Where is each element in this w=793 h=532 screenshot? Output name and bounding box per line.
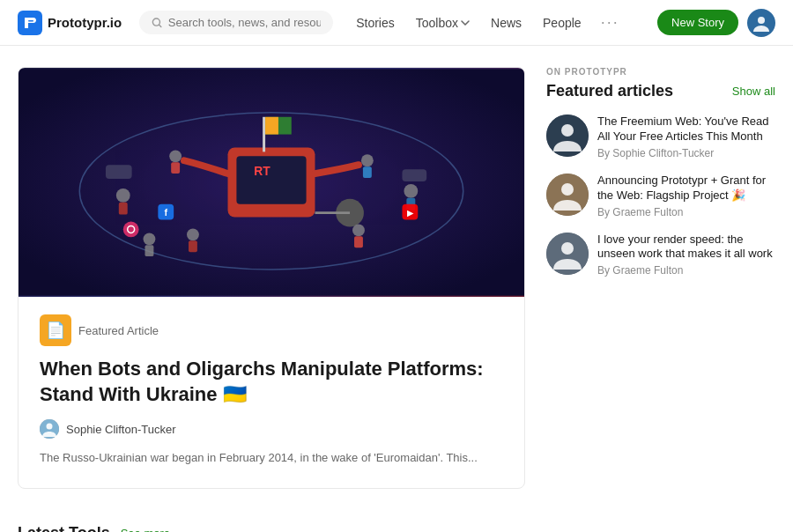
navbar: Prototypr.io Stories Toolbox News People… xyxy=(0,0,793,46)
svg-point-41 xyxy=(561,183,574,196)
svg-rect-35 xyxy=(402,169,426,181)
featured-article-2-info: Announcing Prototypr + Grant for the Web… xyxy=(597,174,775,218)
hero-badge: 📄 Featured Article xyxy=(40,314,503,346)
svg-point-21 xyxy=(352,225,365,237)
svg-point-39 xyxy=(561,124,574,137)
hero-image: f ▶ RT xyxy=(19,68,524,297)
featured-article-1-thumb xyxy=(546,115,589,157)
panel-title: Featured articles xyxy=(546,82,673,100)
nav-right: New Story xyxy=(657,9,775,37)
avatar-icon xyxy=(749,11,774,35)
fa-title-3: I love your render speed: the unseen wor… xyxy=(597,233,775,262)
badge-label: Featured Article xyxy=(78,324,159,337)
author-name: Sophie Clifton-Tucker xyxy=(66,423,176,436)
user-avatar[interactable] xyxy=(747,9,775,37)
svg-point-37 xyxy=(47,424,53,430)
new-story-button[interactable]: New Story xyxy=(657,10,738,35)
hero-author: Sophie Clifton-Tucker xyxy=(40,419,503,439)
chevron-down-icon xyxy=(461,20,470,26)
svg-rect-34 xyxy=(106,165,132,179)
featured-article-1[interactable]: The Freemium Web: You've Read All Your F… xyxy=(546,115,775,159)
hero-excerpt: The Russo-Ukrainian war began in Februar… xyxy=(40,449,503,467)
svg-rect-22 xyxy=(354,236,363,248)
main-content: f ▶ RT 📄 Featured Article When Bo xyxy=(0,46,793,532)
featured-panel: ON PROTOTYPR Featured articles Show all … xyxy=(546,67,775,489)
svg-rect-26 xyxy=(145,245,154,256)
svg-rect-31 xyxy=(123,222,139,238)
hero-title: When Bots and Oligarchs Manipulate Platf… xyxy=(40,357,503,407)
featured-article-2[interactable]: Announcing Prototypr + Grant for the Web… xyxy=(546,174,775,218)
fa-author-1: By Sophie Clifton-Tucker xyxy=(597,147,775,159)
hero-illustration: f ▶ RT xyxy=(19,68,524,297)
nav-more-icon[interactable]: ··· xyxy=(594,10,626,35)
svg-point-13 xyxy=(116,188,130,203)
fa-title-2: Announcing Prototypr + Grant for the Web… xyxy=(597,174,775,203)
svg-rect-1 xyxy=(28,20,33,22)
svg-rect-9 xyxy=(263,117,265,152)
featured-article-2-thumb xyxy=(546,174,589,216)
logo-link[interactable]: Prototypr.io xyxy=(18,11,122,35)
latest-tools-section: Latest Tools See more → WOMEN MAKE 30-DA… xyxy=(18,524,775,532)
nav-links: Stories Toolbox News People ··· xyxy=(347,10,657,35)
search-input[interactable] xyxy=(168,16,321,29)
hero-card: f ▶ RT 📄 Featured Article When Bo xyxy=(18,67,525,489)
section-header: Latest Tools See more → xyxy=(18,524,775,532)
search-bar xyxy=(139,11,333,34)
fa-author-2: By Graeme Fulton xyxy=(597,206,775,218)
svg-rect-11 xyxy=(265,117,278,135)
svg-point-4 xyxy=(758,17,765,24)
svg-rect-18 xyxy=(363,166,372,178)
hero-section: f ▶ RT 📄 Featured Article When Bo xyxy=(18,67,775,489)
featured-article-3[interactable]: I love your render speed: the unseen wor… xyxy=(546,233,775,277)
nav-news[interactable]: News xyxy=(482,11,530,35)
nav-stories[interactable]: Stories xyxy=(347,11,404,35)
fa-title-1: The Freemium Web: You've Read All Your F… xyxy=(597,115,775,144)
section-title: Latest Tools xyxy=(18,524,110,532)
svg-text:RT: RT xyxy=(254,164,271,178)
featured-article-3-info: I love your render speed: the unseen wor… xyxy=(597,233,775,277)
nav-people[interactable]: People xyxy=(534,11,590,35)
fa-author-3: By Graeme Fulton xyxy=(597,264,775,277)
panel-section-label: ON PROTOTYPR xyxy=(546,67,775,77)
logo-text: Prototypr.io xyxy=(48,15,122,30)
svg-point-25 xyxy=(144,233,156,245)
nav-toolbox[interactable]: Toolbox xyxy=(407,11,478,35)
svg-point-19 xyxy=(404,184,418,198)
svg-point-43 xyxy=(561,242,574,255)
svg-rect-14 xyxy=(119,203,128,215)
svg-point-23 xyxy=(187,228,199,240)
badge-icon: 📄 xyxy=(40,314,71,346)
svg-rect-8 xyxy=(236,156,306,203)
author-avatar xyxy=(40,419,59,439)
svg-rect-24 xyxy=(189,240,197,252)
svg-point-15 xyxy=(169,150,182,162)
svg-rect-16 xyxy=(171,162,180,174)
search-icon xyxy=(152,17,163,29)
panel-title-row: Featured articles Show all xyxy=(546,82,775,100)
hero-info: 📄 Featured Article When Bots and Oligarc… xyxy=(19,297,524,488)
svg-point-17 xyxy=(361,154,374,166)
see-more-link[interactable]: See more → xyxy=(121,527,185,532)
featured-article-3-thumb xyxy=(546,233,589,275)
featured-article-1-info: The Freemium Web: You've Read All Your F… xyxy=(597,115,775,159)
logo-icon xyxy=(18,11,42,35)
svg-text:▶: ▶ xyxy=(407,209,414,218)
show-all-link[interactable]: Show all xyxy=(732,85,775,98)
svg-text:f: f xyxy=(164,207,167,218)
